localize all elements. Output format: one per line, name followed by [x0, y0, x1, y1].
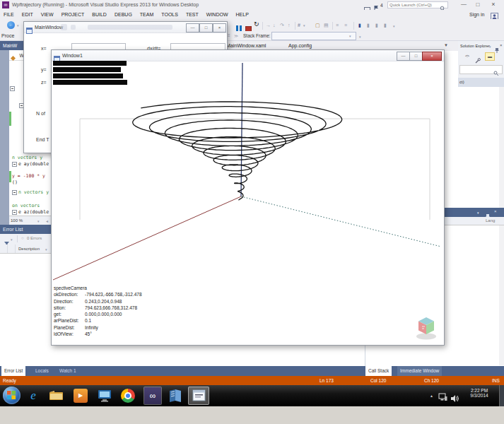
navigate-back-button[interactable]: ← — [7, 21, 15, 29]
menu-test[interactable]: TEST — [186, 12, 199, 17]
code-line: e ay(double — [12, 161, 49, 167]
collapse-box-icon[interactable] — [12, 162, 17, 167]
clear-bookmarks-icon[interactable]: ▮ — [384, 23, 387, 28]
panel-menu-icon[interactable]: ▾ — [477, 211, 479, 215]
tab-overflow-icon[interactable]: ▼ — [444, 43, 448, 47]
taskbar-help-icon[interactable] — [168, 389, 182, 406]
tab-immediate-window[interactable]: Immediate Window — [397, 366, 442, 376]
watch-window-icon[interactable]: ≡ — [344, 23, 347, 28]
taskbar-visualstudio-icon[interactable]: ∞ — [143, 387, 162, 405]
zoom-dropdown-icon[interactable]: ▾ — [37, 219, 40, 223]
tab-mainwindow-xaml[interactable]: MainWindow.xaml — [226, 43, 266, 48]
pin-icon[interactable] — [495, 43, 499, 56]
minimize-button[interactable]: — — [186, 23, 199, 33]
solution-explorer-panel: Solution Explorer ▾ × <> ▬ ct) — [458, 41, 504, 208]
window1-title-bar[interactable]: Window1 — □ × — [52, 50, 444, 61]
volume-tray-icon[interactable] — [451, 392, 459, 405]
bookmark-icon[interactable]: ▮ — [358, 23, 361, 28]
solution-tree-body[interactable] — [458, 87, 504, 208]
thread-list-icon[interactable]: ≡ — [228, 33, 230, 37]
menu-build[interactable]: BUILD — [92, 12, 107, 17]
solution-node-row[interactable]: ct) — [458, 78, 504, 87]
tab-app-config[interactable]: App.config — [288, 43, 312, 48]
close-icon[interactable]: × — [500, 43, 503, 47]
menu-project[interactable]: PROJECT — [61, 12, 85, 17]
tab-call-stack[interactable]: Call Stack — [365, 366, 392, 376]
window1: Window1 — □ × spectiveCam — [51, 49, 445, 346]
toolbar-overflow-icon[interactable]: ▾ — [359, 35, 361, 39]
notification-count[interactable]: 4 — [380, 3, 383, 8]
stack-frame-dropdown[interactable] — [271, 32, 356, 40]
collapse-box-icon[interactable] — [12, 210, 17, 215]
show-next-statement-icon[interactable]: → — [266, 23, 271, 28]
taskbar-chrome-icon[interactable] — [121, 389, 135, 403]
sign-in-link[interactable]: Sign in — [469, 12, 484, 17]
mainwindow-title-bar[interactable]: MainWindow — □ × — [24, 22, 227, 33]
code-text: e az(double — [18, 209, 49, 215]
menu-help[interactable]: HELP — [236, 12, 249, 17]
step-out-icon[interactable]: ↑ — [288, 23, 291, 28]
language-column-header[interactable]: Lang — [486, 218, 495, 223]
hex-dropdown-icon[interactable]: ▾ — [303, 24, 305, 28]
tab-locals[interactable]: Locals — [33, 366, 52, 376]
close-button[interactable]: × — [488, 1, 499, 8]
code-text: y = -100 * y — [12, 173, 45, 179]
menu-team[interactable]: TEAM — [140, 12, 153, 17]
start-button[interactable] — [3, 387, 20, 404]
tab-watch-1[interactable]: Watch 1 — [57, 366, 79, 376]
step-over-icon[interactable]: ↷ — [280, 23, 284, 28]
menu-view[interactable]: VIEW — [41, 12, 54, 17]
network-tray-icon[interactable] — [438, 391, 447, 404]
description-column-header[interactable]: Description — [18, 247, 40, 251]
menu-edit[interactable]: EDIT — [22, 12, 33, 17]
collapse-box-icon[interactable] — [10, 86, 15, 91]
minimize-button[interactable]: — — [458, 1, 469, 7]
step-into-icon[interactable]: ↓ — [273, 23, 276, 28]
next-bookmark-icon[interactable]: ▮ — [375, 23, 378, 28]
taskbar-explorer-icon[interactable] — [49, 390, 64, 404]
hex-toggle-icon[interactable]: # — [298, 23, 300, 28]
stack-frame-dropdown-icon[interactable]: ▾ — [349, 34, 351, 38]
maximize-button[interactable]: □ — [199, 23, 213, 33]
desktop-screen: ∞ Wpftrajectory (Running) - Microsoft Vi… — [0, 0, 504, 424]
maximize-button[interactable]: □ — [409, 52, 423, 61]
menu-debug[interactable]: DEBUG — [115, 12, 132, 17]
collapse-box-icon[interactable] — [12, 190, 17, 195]
zoom-level[interactable]: 100 % — [11, 218, 23, 223]
tab-error-list[interactable]: Error List — [1, 366, 25, 376]
preview-selected-item-icon[interactable]: ▬ — [485, 52, 495, 61]
view-code-icon[interactable]: <> — [465, 54, 469, 58]
prev-bookmark-icon[interactable]: ▮ — [367, 23, 370, 28]
back-dropdown-icon[interactable]: ▾ — [17, 23, 19, 28]
show-hidden-icons-button[interactable]: ▲ — [430, 394, 433, 398]
code-line: () — [12, 179, 18, 185]
flag-threads-icon[interactable]: ≫ — [234, 33, 238, 38]
close-button[interactable]: × — [422, 52, 442, 61]
minimize-button[interactable]: — — [397, 52, 410, 61]
toolbar-overflow-icon[interactable]: ▾ — [393, 25, 395, 28]
hscroll-left-icon[interactable]: ◂ — [46, 218, 48, 223]
panel-menu-icon[interactable]: ▾ — [489, 45, 491, 49]
menu-window[interactable]: WINDOW — [206, 12, 228, 17]
breakpoints-window-icon[interactable]: ▤ — [324, 23, 329, 28]
restart-button[interactable]: ↻ — [254, 20, 259, 28]
errors-count-label[interactable]: 0 Errors — [27, 236, 42, 240]
show-desktop-button[interactable] — [499, 385, 504, 406]
taskbar-running-app-button[interactable] — [188, 387, 209, 405]
taskbar-ie-icon[interactable]: e — [25, 388, 41, 404]
filter-dropdown-icon[interactable]: ▾ — [11, 237, 13, 242]
scrollbar[interactable] — [499, 87, 504, 208]
taskbar-clock[interactable]: 2:22 PM 9/3/2014 — [462, 388, 496, 398]
taskbar-wmp-icon[interactable]: ▶ — [74, 389, 88, 403]
menu-tools[interactable]: TOOLS — [161, 12, 178, 17]
output-window-icon[interactable]: ▢ — [315, 23, 320, 28]
menu-file[interactable]: FILE — [4, 12, 14, 17]
close-button[interactable]: × — [213, 23, 226, 33]
scrollbar[interactable] — [499, 225, 504, 365]
immediate-window-icon[interactable]: ≡ — [336, 23, 339, 28]
close-icon[interactable]: × — [494, 209, 497, 213]
restore-button[interactable]: □ — [472, 1, 484, 8]
orientation-cube-icon[interactable] — [416, 317, 436, 340]
column-filter-icon[interactable]: ▾ — [45, 247, 47, 252]
taskbar-app-icon[interactable] — [98, 389, 112, 405]
